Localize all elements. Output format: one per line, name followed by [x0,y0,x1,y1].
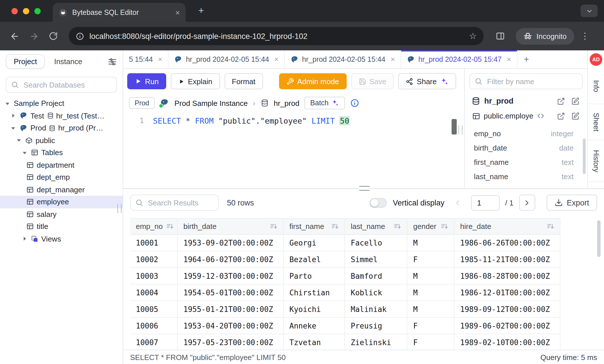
tree-item-prod[interactable]: Prod hr_prod (Pr… [0,122,123,134]
panel-table-row[interactable]: public.employe [465,108,587,123]
editor-scrollbar[interactable] [452,119,457,134]
column-row[interactable]: emp_no integer [465,126,587,141]
close-icon[interactable]: × [274,55,279,64]
sort-icon[interactable] [166,223,174,230]
chevron-down-icon[interactable] [16,138,22,143]
panel-resize-handle[interactable] [458,125,462,134]
sql-editor[interactable]: 1 SELECT * FROM "public"."employee" LIMI… [123,112,464,188]
tree-item-tables-group[interactable]: Tables [0,147,123,159]
sheet-tab-3[interactable]: hr_prod 2024-02-05 15:44 × [285,50,401,68]
instance-name[interactable]: Prod Sample Instance [174,99,248,107]
edit-icon[interactable] [571,112,579,120]
column-header[interactable]: hire_date [454,218,560,235]
close-icon[interactable]: × [158,55,162,64]
side-panel-button[interactable] [492,27,509,45]
column-row[interactable]: last_name text [465,169,587,184]
tab-sheet[interactable]: Sheet [588,104,604,140]
database-name[interactable]: hr_prod [274,99,299,107]
page-number-input[interactable] [476,198,494,207]
filter-by-name[interactable] [469,73,583,89]
close-window-button[interactable] [11,8,18,14]
edit-icon[interactable] [571,97,579,105]
back-button[interactable] [6,27,23,45]
tree-item-table-dept-emp[interactable]: dept_emp [0,171,123,183]
database-search[interactable] [6,77,117,93]
tab-history[interactable]: History [588,140,604,182]
tab-info[interactable]: Info [588,68,604,104]
tree-item-table-employee[interactable]: employee [0,196,123,208]
sort-icon[interactable] [547,223,554,230]
environment-chip[interactable]: Prod [129,97,155,109]
forward-button[interactable] [25,27,42,45]
filter-settings-icon[interactable] [108,56,117,67]
column-header[interactable]: last_name [345,218,407,235]
add-sheet-tab-button[interactable]: + [517,50,536,68]
export-button[interactable]: Export [547,195,597,211]
external-link-icon[interactable] [557,112,565,120]
search-results[interactable] [130,195,219,211]
bookmark-star-icon[interactable]: ☆ [469,31,477,41]
sort-icon[interactable] [331,223,339,230]
prev-page-button[interactable] [450,195,465,210]
batch-button[interactable]: Batch [305,97,345,109]
tree-item-sample-project[interactable]: Sample Project [0,97,123,110]
sheet-tab-4-active[interactable]: hr_prod 2024-02-05 15:47 × [401,50,517,68]
column-header[interactable]: first_name [284,218,345,235]
vertical-display-toggle[interactable] [370,198,387,207]
sort-icon[interactable] [441,223,448,230]
chevron-right-icon[interactable] [22,236,28,242]
share-button[interactable]: Share [399,73,456,89]
sort-icon[interactable] [394,223,401,230]
admin-mode-button[interactable]: Admin mode [279,73,346,89]
column-header[interactable]: birth_date [178,218,284,235]
avatar[interactable]: AD [590,53,602,66]
panel-database-row[interactable]: hr_prod [465,94,587,108]
search-databases-input[interactable] [22,80,112,90]
site-info-icon[interactable] [76,32,84,40]
maximize-window-button[interactable] [34,8,41,14]
sheet-tab-2[interactable]: hr_prod 2024-02-05 15:44 × [169,50,285,68]
close-tab-icon[interactable]: × [175,8,180,16]
results-scrollbar[interactable] [597,220,601,257]
filter-by-name-input[interactable] [486,76,578,86]
chevron-down-icon[interactable] [22,150,28,156]
new-tab-button[interactable]: + [195,5,207,17]
tree-item-test[interactable]: Test hr_test (Test… [0,110,123,122]
reload-button[interactable] [45,27,62,45]
tab-search-button[interactable] [581,5,598,17]
minimize-window-button[interactable] [23,8,29,14]
column-row[interactable]: birth_date date [465,141,587,155]
format-button[interactable]: Format [224,73,263,89]
tree-item-table-salary[interactable]: salary [0,208,123,220]
tree-item-public-schema[interactable]: public [0,134,123,147]
tab-project[interactable]: Project [6,54,45,69]
tree-item-table-title[interactable]: title [0,220,123,233]
next-page-button[interactable] [519,195,535,211]
column-header[interactable]: emp_no [130,218,178,235]
column-header[interactable]: gender [407,218,454,235]
save-button[interactable]: Save [351,73,394,89]
results-resize-handle[interactable] [359,186,370,191]
close-icon[interactable]: × [507,55,511,64]
panel-scrollbar[interactable] [583,139,586,174]
chevron-down-icon[interactable] [5,101,11,106]
external-link-icon[interactable] [557,97,565,105]
page-number-box[interactable] [471,195,499,210]
address-bar[interactable]: localhost:8080/sql-editor/prod-sample-in… [69,27,484,45]
tree-item-table-department[interactable]: department [0,159,123,171]
column-row[interactable]: first_name text [465,155,587,169]
tree-item-table-dept-manager[interactable]: dept_manager [0,183,123,196]
close-icon[interactable]: × [391,55,395,64]
sidebar-resize-handle[interactable] [117,204,121,213]
sort-icon[interactable] [270,223,277,230]
info-icon[interactable] [350,98,360,108]
browser-tab[interactable]: Bytebase SQL Editor × [53,3,186,22]
tab-instance[interactable]: Instance [51,55,86,68]
browser-menu-button[interactable]: ⋮ [576,27,594,45]
chevron-down-icon[interactable] [10,125,17,131]
sheet-tab-1[interactable]: 5 15:44 × [123,50,169,68]
run-button[interactable]: Run [127,73,166,89]
tree-item-views-group[interactable]: Views [0,233,123,245]
chevron-right-icon[interactable] [10,113,17,119]
search-results-input[interactable] [147,198,214,207]
